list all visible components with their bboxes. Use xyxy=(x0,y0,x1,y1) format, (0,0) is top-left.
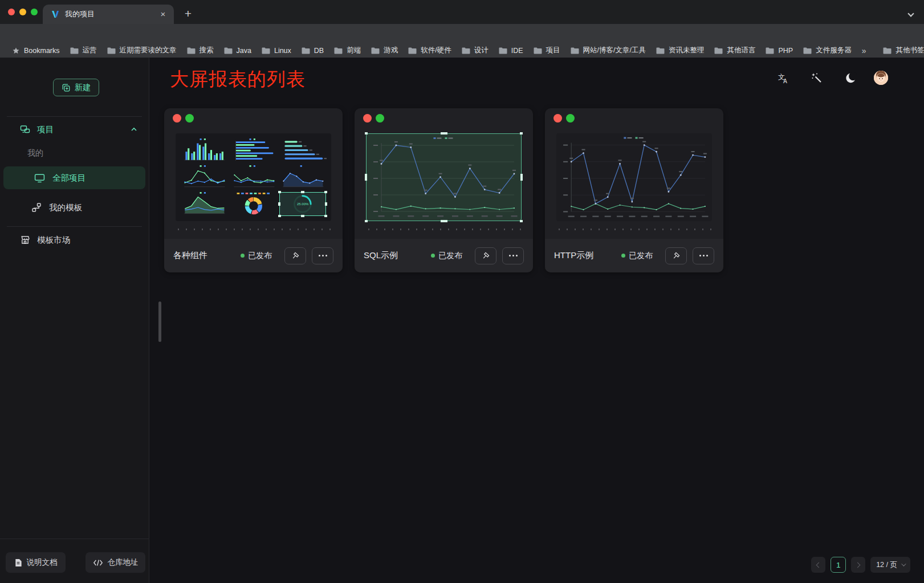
bookmark-folder[interactable]: 其他语言 xyxy=(710,44,759,56)
hammer-icon xyxy=(290,251,300,261)
chevron-down-icon xyxy=(901,561,906,566)
sidebar: 新建 项目 我的 xyxy=(0,58,149,583)
code-icon xyxy=(93,559,103,566)
bookmark-folder[interactable]: 近期需要读的文章 xyxy=(103,44,181,56)
svg-text:A: A xyxy=(783,78,787,84)
tab-close-icon[interactable]: × xyxy=(158,9,168,19)
bookmark-folder[interactable]: 运营 xyxy=(66,44,101,56)
window-minimize-button[interactable] xyxy=(19,9,26,15)
bookmarks-manager-item[interactable]: Bookmarks xyxy=(8,46,64,56)
card-green-dot xyxy=(376,114,384,123)
bookmark-folder[interactable]: DB xyxy=(298,46,328,56)
ellipsis-icon xyxy=(319,255,327,256)
selection-handle[interactable] xyxy=(520,174,523,181)
bookmark-folder[interactable]: 网站/博客/文章/工具 xyxy=(567,44,650,56)
screenshot-root: 我的项目 × + 127.0.0.1:3000/#/project/items xyxy=(0,0,924,583)
card-preview-thumbnail[interactable] xyxy=(366,133,522,221)
selection-handle[interactable] xyxy=(301,215,304,217)
bookmark-folder[interactable]: 资讯未整理 xyxy=(652,44,709,56)
mini-chart-progress: 25.00% xyxy=(279,191,327,217)
project-name: 各种组件 xyxy=(173,250,207,261)
bookmark-folder[interactable]: IDE xyxy=(495,46,527,56)
selection-handle[interactable] xyxy=(301,191,304,193)
page-size-select[interactable]: 12 / 页 xyxy=(870,557,910,573)
status-badge: 已发布 xyxy=(621,251,653,261)
sidebar-item-template-market[interactable]: 模板市场 xyxy=(0,230,149,250)
user-avatar[interactable] xyxy=(874,71,888,85)
bookmark-folder[interactable]: 项目 xyxy=(530,44,564,56)
selection-handle[interactable] xyxy=(324,191,327,193)
docs-button[interactable]: 说明文档 xyxy=(6,552,66,573)
selection-handle[interactable] xyxy=(520,132,523,134)
bookmark-folder[interactable]: PHP xyxy=(762,46,797,56)
monitor-icon xyxy=(34,173,45,184)
dark-mode-moon-icon[interactable] xyxy=(844,71,858,85)
selection-handle[interactable] xyxy=(365,174,367,181)
new-project-button[interactable]: 新建 xyxy=(53,79,99,96)
selection-handle[interactable] xyxy=(278,202,280,206)
more-options-button[interactable] xyxy=(502,247,524,264)
more-options-button[interactable] xyxy=(312,247,333,264)
selection-handle[interactable] xyxy=(365,220,368,222)
card-preview-thumbnail[interactable] xyxy=(556,133,712,221)
window-zoom-button[interactable] xyxy=(31,9,38,15)
mini-chart-hbars2 xyxy=(279,138,327,163)
repo-button-label: 仓库地址 xyxy=(108,557,139,568)
sidebar-group-project[interactable]: 项目 xyxy=(0,121,149,138)
bookmark-folder[interactable]: 游戏 xyxy=(367,44,402,56)
progress-value-label: 25.00% xyxy=(280,193,325,215)
selection-handle[interactable] xyxy=(441,132,447,134)
hammer-icon xyxy=(481,251,491,261)
bookmark-folder[interactable]: 软件/硬件 xyxy=(404,44,455,56)
selection-handle[interactable] xyxy=(278,191,281,193)
hammer-icon xyxy=(671,251,681,261)
next-page-button[interactable] xyxy=(851,557,865,573)
browser-tab-active[interactable]: 我的项目 × xyxy=(43,5,174,24)
edit-hammer-button[interactable] xyxy=(284,247,306,264)
card-footer: 各种组件 已发布 xyxy=(164,239,343,272)
repo-button[interactable]: 仓库地址 xyxy=(86,552,145,573)
new-tab-button[interactable]: + xyxy=(180,6,196,22)
scrollbar-thumb[interactable] xyxy=(158,301,161,342)
card-preview-thumbnail[interactable]: 25.00% xyxy=(176,133,331,221)
more-options-button[interactable] xyxy=(693,247,714,264)
selection-handle[interactable] xyxy=(278,215,281,217)
selection-handle[interactable] xyxy=(441,220,447,222)
screens-icon xyxy=(19,124,30,134)
bookmark-folder[interactable]: 设计 xyxy=(458,44,492,56)
project-card[interactable]: 25.00% 各种组件 已发布 xyxy=(164,108,343,272)
sidebar-owner-label: 我的 xyxy=(0,146,149,160)
selection-handle[interactable] xyxy=(324,215,327,217)
bookmark-folder[interactable]: 文件服务器 xyxy=(799,44,856,56)
mini-chart-lines xyxy=(180,165,228,190)
edit-hammer-button[interactable] xyxy=(665,247,687,264)
language-toggle-icon[interactable]: 文 A xyxy=(776,71,789,85)
magic-wand-icon[interactable] xyxy=(810,71,824,85)
document-icon xyxy=(14,558,22,567)
tab-search-chevron-icon[interactable] xyxy=(909,8,918,17)
bookmark-folder[interactable]: Linux xyxy=(258,46,295,56)
flowchart-icon xyxy=(31,202,42,213)
bookmark-folder[interactable]: Java xyxy=(220,46,255,56)
project-card[interactable]: HTTP示例 已发布 xyxy=(545,108,723,272)
sidebar-item-my-templates[interactable]: 我的模板 xyxy=(0,196,149,219)
chevron-up-icon[interactable] xyxy=(131,126,137,133)
edit-hammer-button[interactable] xyxy=(475,247,496,264)
selection-handle[interactable] xyxy=(520,220,523,222)
selection-handle[interactable] xyxy=(365,132,368,134)
prev-page-button[interactable] xyxy=(811,557,825,573)
bookmark-folder[interactable]: 搜索 xyxy=(183,44,218,56)
browser-toolbar: 127.0.0.1:3000/#/project/items 9 ⌘ xyxy=(0,24,924,43)
dotted-divider xyxy=(174,229,332,230)
selection-handle[interactable] xyxy=(325,202,327,206)
bookmarks-overflow-chevron[interactable]: » xyxy=(858,45,870,56)
sidebar-item-all-projects[interactable]: 全部项目 xyxy=(3,166,145,189)
mini-chart-area xyxy=(279,165,327,190)
project-card[interactable]: SQL示例 已发布 xyxy=(355,108,533,272)
dotted-divider xyxy=(555,229,713,230)
other-bookmarks-folder[interactable]: 其他书签 xyxy=(879,44,924,56)
project-name: SQL示例 xyxy=(364,250,398,261)
window-close-button[interactable] xyxy=(8,9,15,15)
bookmark-folder[interactable]: 前端 xyxy=(330,44,365,56)
current-page-button[interactable]: 1 xyxy=(831,557,846,573)
